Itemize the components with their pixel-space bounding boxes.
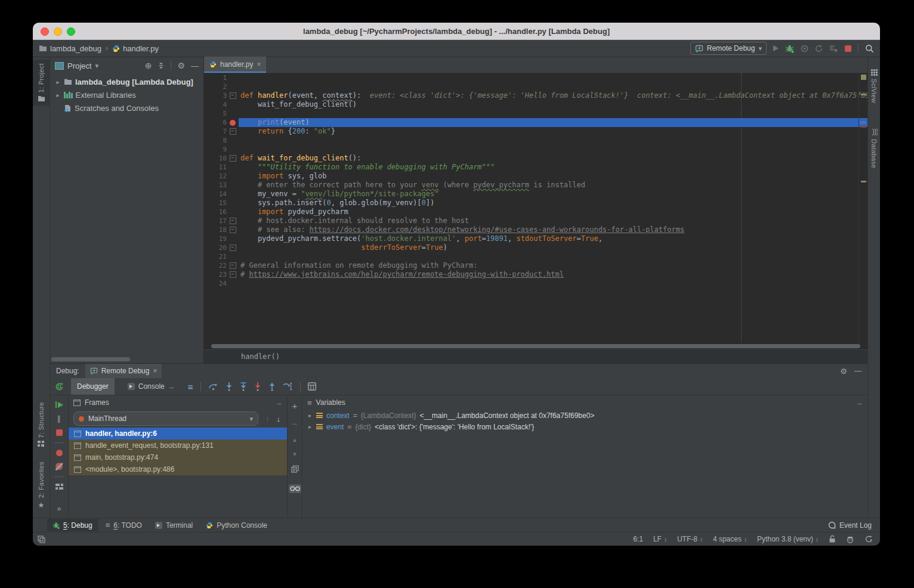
warning-mark[interactable]	[861, 181, 866, 182]
code-line[interactable]: 9	[204, 145, 867, 154]
pause-button[interactable]: ∥	[57, 414, 61, 423]
line-number[interactable]: 9	[208, 145, 227, 154]
code-line[interactable]: 18− # see also: https://docs.docker.com/…	[204, 225, 867, 234]
close-window-button[interactable]	[41, 27, 49, 36]
code-line[interactable]: 24	[204, 279, 867, 288]
line-number[interactable]: 15	[208, 199, 227, 208]
breakpoint-dot[interactable]	[230, 120, 236, 126]
previous-frame-button[interactable]: ↑	[265, 414, 270, 423]
code-area[interactable]: 123−def handler(event, context): event: …	[204, 73, 867, 342]
gutter-cell[interactable]: 12	[204, 172, 239, 181]
view-breakpoints-button[interactable]	[56, 450, 63, 456]
restore-layout-button[interactable]	[55, 484, 63, 490]
line-number[interactable]: 3	[208, 91, 227, 100]
tree-item-scratches[interactable]: Scratches and Consoles	[50, 101, 203, 114]
remove-watch-button[interactable]: −	[292, 419, 298, 429]
line-number[interactable]: 16	[208, 208, 227, 216]
code-text[interactable]	[239, 109, 867, 118]
project-panel-title[interactable]: Project	[67, 61, 91, 70]
fold-marker-icon[interactable]: −	[230, 218, 236, 224]
gutter-cell[interactable]: 4	[204, 100, 239, 109]
code-line[interactable]: 22−# General information on remote debug…	[204, 261, 867, 270]
code-text[interactable]: # General information on remote debuggin…	[239, 261, 867, 270]
line-number[interactable]: 6	[208, 118, 227, 127]
gutter-cell[interactable]: 23−	[204, 270, 239, 279]
profiler-button[interactable]	[829, 45, 838, 52]
toolwindow-tab-favorites[interactable]: 2: Favorites ★	[33, 458, 50, 513]
line-number[interactable]: 10	[208, 154, 227, 163]
line-number[interactable]: 5	[208, 109, 227, 118]
line-number[interactable]: 20	[208, 243, 227, 252]
gear-icon[interactable]: ⚙	[177, 61, 185, 70]
hide-panel-icon[interactable]: —	[191, 61, 199, 70]
chevron-down-icon[interactable]: ▾	[95, 62, 98, 70]
expand-arrow-icon[interactable]: ▸	[55, 79, 61, 85]
line-number[interactable]: 23	[208, 270, 227, 279]
move-watch-up-button[interactable]: ▲	[292, 437, 298, 443]
gutter-cell[interactable]: 15	[204, 199, 239, 208]
code-text[interactable]: def handler(event, context): event: <cla…	[239, 91, 867, 100]
code-line[interactable]: 4 wait_for_debug_client()	[204, 100, 867, 109]
step-out-button[interactable]	[268, 382, 276, 391]
code-line[interactable]: 11 """Utility function to enable debuggi…	[204, 163, 867, 172]
fold-marker-icon[interactable]: −	[230, 271, 236, 278]
expand-arrow-icon[interactable]: ▸	[307, 423, 313, 430]
fold-marker-icon[interactable]: −	[230, 245, 236, 251]
interpreter-select[interactable]: Python 3.8 (venv)↕	[757, 535, 819, 543]
gutter-cell[interactable]: 9	[204, 145, 239, 154]
toolwindow-tab-sciview[interactable]: SciView	[868, 66, 880, 107]
code-text[interactable]	[239, 136, 867, 145]
gutter-cell[interactable]: 18−	[204, 225, 239, 234]
locate-file-icon[interactable]: ⊕	[145, 61, 152, 70]
run-configuration-select[interactable]: Remote Debug ▾	[690, 42, 767, 55]
gutter-cell[interactable]: 7−	[204, 127, 239, 136]
inspections-indicator[interactable]	[861, 75, 866, 80]
collapse-all-icon[interactable]	[158, 62, 165, 69]
editor-tab-handler[interactable]: handler.py ×	[204, 57, 266, 73]
gutter-cell[interactable]: 20−	[204, 243, 239, 252]
expand-arrow-icon[interactable]: ▸	[307, 412, 313, 419]
attach-to-process-button[interactable]	[801, 45, 808, 52]
hide-panel-icon[interactable]: —	[854, 367, 861, 375]
code-text[interactable]	[239, 252, 867, 261]
code-text[interactable]	[239, 73, 867, 82]
breakpoint-mark[interactable]	[861, 126, 866, 128]
run-to-cursor-button[interactable]	[283, 382, 293, 391]
toolwindow-tab-debug[interactable]: 5: Debug	[47, 519, 98, 531]
frame-row[interactable]: main, bootstrap.py:474	[69, 451, 287, 463]
code-text[interactable]: pydevd_pycharm.settrace('host.docker.int…	[239, 234, 867, 243]
step-into-button[interactable]	[226, 382, 233, 391]
stop-button[interactable]	[845, 45, 851, 52]
add-watch-button[interactable]: +	[292, 401, 298, 411]
line-number[interactable]: 13	[208, 181, 227, 190]
code-text[interactable]: wait_for_debug_client()	[239, 100, 867, 109]
code-text[interactable]: import pydevd_pycharm	[239, 208, 867, 216]
code-line[interactable]: 8	[204, 136, 867, 145]
code-text[interactable]: import sys, glob	[239, 172, 867, 181]
pin-icon[interactable]: →	[856, 399, 863, 406]
update-indicator-icon[interactable]: ?	[864, 535, 873, 543]
gutter-cell[interactable]: 11	[204, 163, 239, 172]
code-text[interactable]: """Utility function to enable debugging …	[239, 163, 867, 172]
gutter-cell[interactable]: 19	[204, 234, 239, 243]
show-watches-in-variables-button[interactable]	[289, 484, 301, 493]
line-number[interactable]: 12	[208, 172, 227, 181]
code-line[interactable]: 13 # enter the correct path here to your…	[204, 181, 867, 190]
pin-icon[interactable]: →	[276, 399, 282, 406]
code-text[interactable]: stderrToServer=True)	[239, 243, 867, 252]
code-line[interactable]: 17− # host.docker.internal should resolv…	[204, 216, 867, 225]
run-with-coverage-button[interactable]	[815, 45, 823, 52]
force-step-into-button[interactable]	[240, 382, 247, 391]
execution-mark[interactable]	[860, 121, 866, 124]
gear-icon[interactable]: ⚙	[840, 367, 847, 376]
code-text[interactable]	[239, 145, 867, 154]
fold-marker-icon[interactable]: −	[230, 227, 236, 233]
code-line[interactable]: 6 print(event)	[204, 118, 867, 127]
code-line[interactable]: 14 my_venv = "venv/lib/python*/site-pack…	[204, 190, 867, 199]
fold-marker-icon[interactable]: −	[230, 262, 236, 269]
line-number[interactable]: 18	[208, 225, 227, 234]
event-log-button[interactable]: Event Log	[828, 521, 872, 530]
close-tab-icon[interactable]: ×	[257, 60, 261, 69]
line-number[interactable]: 22	[208, 261, 227, 270]
run-button[interactable]	[773, 45, 779, 51]
